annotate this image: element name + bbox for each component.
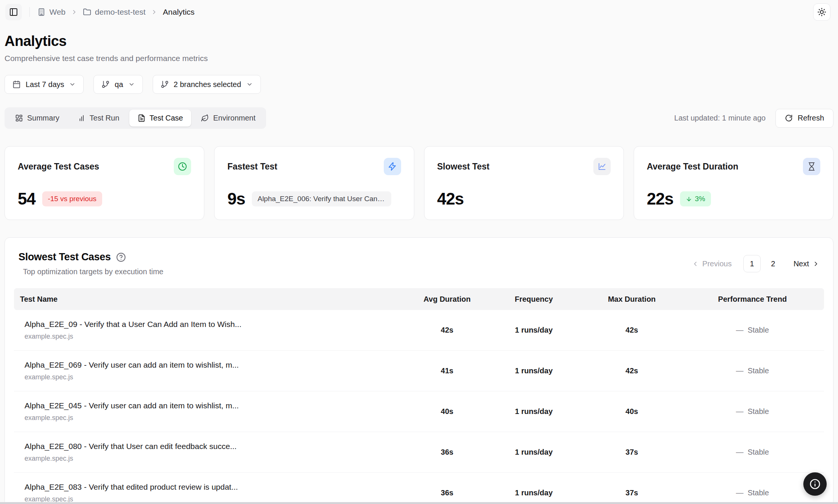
test-name: Alpha_E2E_080 - Verify that User can edi… bbox=[25, 442, 409, 451]
frequency-value: 1 runs/day bbox=[485, 326, 583, 334]
topbar-divider bbox=[29, 7, 30, 17]
theme-toggle-button[interactable] bbox=[813, 3, 830, 21]
table-row[interactable]: Alpha_E2E_09 - Verify that a User Can Ad… bbox=[14, 310, 824, 351]
performance-trend-value: — Stable bbox=[681, 367, 824, 375]
breadcrumb: Web demo-test-test Analytics bbox=[37, 8, 195, 17]
test-file: example.spec.js bbox=[25, 455, 409, 463]
stable-trend-icon: — bbox=[736, 407, 743, 416]
refresh-button[interactable]: Refresh bbox=[775, 109, 833, 128]
trend-label: Stable bbox=[748, 367, 769, 375]
max-duration-value: 42s bbox=[583, 326, 681, 334]
leaf-icon bbox=[201, 114, 209, 122]
next-label: Next bbox=[794, 260, 809, 268]
main-content: Analytics Comprehensive test case trends… bbox=[0, 24, 838, 504]
frequency-value: 1 runs/day bbox=[485, 407, 583, 416]
column-header-test-name: Test Name bbox=[14, 295, 409, 304]
chevron-right-icon bbox=[71, 9, 78, 15]
chevron-down-icon bbox=[246, 81, 253, 88]
environment-branch-dropdown[interactable]: qa bbox=[93, 75, 142, 94]
date-range-value: Last 7 days bbox=[26, 80, 64, 89]
date-range-dropdown[interactable]: Last 7 days bbox=[5, 75, 84, 94]
refresh-icon bbox=[785, 114, 793, 122]
branches-dropdown[interactable]: 2 branches selected bbox=[153, 75, 261, 94]
previous-page-button[interactable]: Previous bbox=[692, 260, 732, 268]
stat-card-value: 42s bbox=[437, 189, 464, 208]
trend-label: Stable bbox=[748, 489, 769, 497]
tab-test-case[interactable]: Test Case bbox=[129, 110, 191, 127]
max-duration-value: 42s bbox=[583, 367, 681, 375]
stat-card-average-test-duration: Average Test Duration 22s 3% bbox=[634, 146, 833, 220]
page-button-2[interactable]: 2 bbox=[764, 255, 782, 272]
max-duration-value: 37s bbox=[583, 489, 681, 497]
avg-duration-value: 40s bbox=[409, 407, 485, 416]
next-page-button[interactable]: Next bbox=[794, 260, 820, 268]
sun-icon bbox=[817, 8, 826, 17]
file-text-icon bbox=[138, 114, 146, 122]
frequency-value: 1 runs/day bbox=[485, 367, 583, 375]
slowest-test-cases-table: Test Name Avg Duration Frequency Max Dur… bbox=[14, 288, 824, 504]
filter-bar: Last 7 days qa 2 branches selected bbox=[5, 75, 833, 94]
avg-duration-value: 41s bbox=[409, 367, 485, 375]
tab-environment[interactable]: Environment bbox=[193, 110, 264, 127]
column-header-performance-trend: Performance Trend bbox=[681, 295, 824, 304]
sidebar-toggle-button[interactable] bbox=[5, 4, 22, 20]
stat-card-slowest-test: Slowest Test 42s bbox=[424, 146, 624, 220]
git-branch-icon bbox=[161, 80, 169, 89]
refresh-label: Refresh bbox=[798, 114, 824, 122]
help-fab-button[interactable] bbox=[803, 472, 827, 496]
tabs-row: Summary Test Run Test Case Environment bbox=[5, 107, 833, 129]
table-body: Alpha_E2E_09 - Verify that a User Can Ad… bbox=[14, 310, 824, 504]
lightning-icon bbox=[384, 158, 401, 175]
test-name: Alpha_E2E_069 - Verify user can add an i… bbox=[25, 360, 409, 370]
chevron-right-icon bbox=[812, 260, 820, 267]
stat-card-title: Fastest Test bbox=[227, 162, 277, 172]
table-row[interactable]: Alpha_E2E_045 - Verify user can add an i… bbox=[14, 391, 824, 432]
breadcrumb-project[interactable]: demo-test-test bbox=[83, 8, 146, 17]
table-row[interactable]: Alpha_E2E_069 - Verify user can add an i… bbox=[14, 351, 824, 391]
clock-icon bbox=[174, 158, 191, 175]
column-header-max-duration: Max Duration bbox=[583, 295, 681, 304]
hourglass-icon bbox=[803, 158, 820, 175]
test-name: Alpha_E2E_045 - Verify user can add an i… bbox=[25, 401, 409, 410]
max-duration-value: 40s bbox=[583, 407, 681, 416]
stable-trend-icon: — bbox=[736, 489, 743, 497]
performance-trend-value: — Stable bbox=[681, 448, 824, 457]
trend-label: Stable bbox=[748, 407, 769, 416]
tab-test-run[interactable]: Test Run bbox=[69, 110, 128, 127]
folder-icon bbox=[83, 8, 91, 16]
table-row[interactable]: Alpha_E2E_083 - Verify that edited produ… bbox=[14, 473, 824, 504]
previous-label: Previous bbox=[702, 260, 732, 268]
section-title: Slowest Test Cases bbox=[18, 251, 111, 263]
last-updated-text: Last updated: 1 minute ago bbox=[674, 114, 766, 122]
test-file: example.spec.js bbox=[25, 414, 409, 422]
max-duration-value: 37s bbox=[583, 448, 681, 457]
slowest-test-cases-card: Slowest Test Cases Top optimization targ… bbox=[5, 237, 833, 504]
stat-card-delta-badge: -15 vs previous bbox=[42, 191, 102, 206]
tab-label: Summary bbox=[27, 114, 60, 122]
breadcrumb-root[interactable]: Web bbox=[37, 8, 66, 17]
stat-card-value: 22s bbox=[647, 189, 673, 208]
pagination: Previous 1 2 Next bbox=[692, 255, 820, 272]
stat-card-title: Average Test Cases bbox=[18, 162, 99, 172]
page-button-1[interactable]: 1 bbox=[743, 255, 761, 272]
tab-summary[interactable]: Summary bbox=[7, 110, 68, 127]
frequency-value: 1 runs/day bbox=[485, 448, 583, 457]
page-title: Analytics bbox=[5, 33, 833, 49]
arrow-down-icon bbox=[686, 196, 692, 202]
table-header-row: Test Name Avg Duration Frequency Max Dur… bbox=[14, 288, 824, 310]
help-circle-icon[interactable] bbox=[116, 252, 126, 262]
trend-chart-icon bbox=[593, 158, 611, 175]
table-row[interactable]: Alpha_E2E_080 - Verify that User can edi… bbox=[14, 432, 824, 473]
stat-card-value: 9s bbox=[227, 189, 245, 208]
test-name: Alpha_E2E_083 - Verify that edited produ… bbox=[25, 483, 409, 492]
trend-label: Stable bbox=[748, 326, 769, 334]
stat-card-fastest-test: Fastest Test 9s Alpha_E2E_006: Verify th… bbox=[214, 146, 414, 220]
branches-value: 2 branches selected bbox=[174, 80, 241, 89]
test-name: Alpha_E2E_09 - Verify that a User Can Ad… bbox=[25, 320, 409, 329]
trend-label: Stable bbox=[748, 448, 769, 457]
chevron-left-icon bbox=[692, 260, 699, 267]
performance-trend-value: — Stable bbox=[681, 489, 824, 497]
stat-card-value: 54 bbox=[18, 189, 35, 208]
tab-label: Test Case bbox=[150, 114, 183, 122]
avg-duration-value: 42s bbox=[409, 326, 485, 334]
